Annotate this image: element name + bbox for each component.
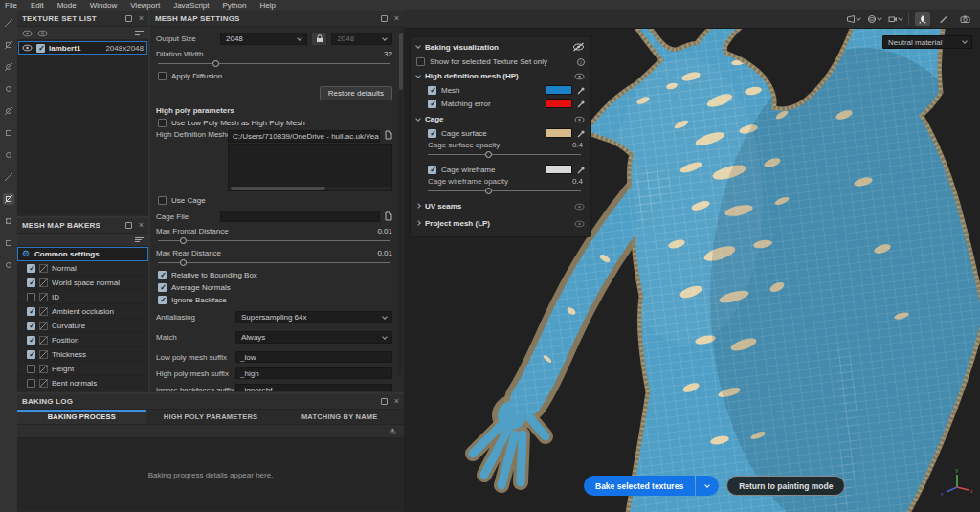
collapsed-chevron-icon[interactable]	[415, 220, 421, 226]
menu-file[interactable]: File	[5, 1, 17, 10]
undock-panel-icon[interactable]	[381, 15, 388, 22]
menu-help[interactable]: Help	[259, 1, 275, 10]
dilation-width-slider[interactable]	[158, 60, 390, 67]
cage-surface-color-swatch[interactable]	[546, 128, 572, 138]
screenshot-camera-icon[interactable]	[957, 12, 972, 26]
low-poly-suffix-input[interactable]: _low	[235, 351, 392, 363]
collapse-chevron-icon[interactable]	[415, 73, 421, 78]
projection-tool-icon[interactable]	[3, 61, 14, 73]
smudge-tool-icon[interactable]	[3, 105, 14, 117]
close-panel-icon[interactable]: ×	[394, 14, 399, 23]
tab-baking-process[interactable]: BAKING PROCESS	[17, 410, 146, 424]
material-selector-dropdown[interactable]: Neutral material	[882, 35, 972, 49]
texture-set-checkbox[interactable]	[36, 44, 45, 53]
eyedropper-icon[interactable]	[577, 86, 585, 95]
show-material-eye-icon[interactable]	[22, 30, 33, 37]
max-frontal-distance-slider[interactable]	[158, 237, 390, 244]
viewer-settings-tool-icon[interactable]	[3, 259, 14, 271]
apply-diffusion-checkbox[interactable]	[158, 72, 167, 80]
show-mesh-eye-icon[interactable]	[37, 30, 48, 37]
mesh-color-swatch[interactable]	[546, 85, 572, 95]
use-cage-checkbox[interactable]	[158, 196, 167, 205]
undock-panel-icon[interactable]	[381, 398, 388, 405]
close-panel-icon[interactable]: ×	[139, 14, 144, 23]
relative-bounding-box-checkbox[interactable]	[158, 271, 167, 279]
menu-javascript[interactable]: JavaScript	[173, 1, 209, 10]
cage-wireframe-checkbox[interactable]	[428, 166, 436, 174]
filter-icon[interactable]	[135, 31, 144, 35]
cage-surface-checkbox[interactable]	[428, 129, 436, 138]
polygon-fill-tool-icon[interactable]	[3, 83, 14, 95]
eyedropper-icon[interactable]	[577, 129, 585, 138]
cage-surface-opacity-slider[interactable]	[428, 151, 581, 158]
menu-edit[interactable]: Edit	[31, 1, 44, 10]
eye-slash-icon[interactable]	[572, 42, 585, 52]
cage-wireframe-color-swatch[interactable]	[546, 165, 572, 174]
bake-options-chevron-button[interactable]	[696, 476, 719, 496]
baker-checkbox[interactable]	[27, 307, 35, 316]
show-selected-texture-set-checkbox[interactable]	[416, 57, 425, 66]
clone-tool-icon[interactable]	[3, 127, 14, 139]
mesh-visibility-checkbox[interactable]	[428, 86, 436, 95]
vertical-scrollbar[interactable]	[399, 29, 403, 375]
high-def-meshes-path[interactable]: C:/Users/710839/OneDrive - hull.ac.uk/Ye…	[228, 130, 380, 143]
antialiasing-dropdown[interactable]: Supersampling 64x	[235, 311, 392, 323]
ignore-backface-checkbox[interactable]	[158, 296, 167, 304]
collapse-chevron-icon[interactable]	[415, 43, 421, 49]
menu-viewport[interactable]: Viewport	[130, 1, 160, 10]
eye-icon[interactable]	[574, 116, 585, 123]
matching-error-checkbox[interactable]	[428, 100, 436, 108]
baker-row-id[interactable]: ID	[17, 290, 148, 304]
camera-projection-dropdown-icon[interactable]	[845, 12, 860, 26]
material-picker-tool-icon[interactable]	[3, 237, 14, 249]
visibility-eye-icon[interactable]	[22, 44, 33, 52]
common-settings-row[interactable]: ⚙ Common settings	[17, 247, 148, 261]
eyedropper-icon[interactable]	[577, 166, 585, 174]
baker-checkbox[interactable]	[27, 264, 35, 273]
bake-mode-icon[interactable]	[3, 193, 14, 205]
file-browse-icon[interactable]	[385, 130, 392, 140]
high-def-meshes-list[interactable]	[228, 144, 392, 191]
pen-pressure-icon[interactable]	[936, 12, 951, 26]
undock-panel-icon[interactable]	[125, 15, 132, 22]
baker-checkbox[interactable]	[27, 365, 35, 373]
eye-icon[interactable]	[574, 73, 585, 80]
collapsed-chevron-icon[interactable]	[415, 203, 421, 209]
menu-python[interactable]: Python	[223, 1, 247, 10]
cage-wireframe-opacity-slider[interactable]	[428, 188, 581, 194]
restore-defaults-button[interactable]: Restore defaults	[320, 86, 392, 100]
horizontal-scrollbar[interactable]	[229, 187, 391, 190]
baker-checkbox[interactable]	[27, 379, 35, 388]
baker-row-thickness[interactable]: Thickness	[17, 347, 148, 362]
collapse-chevron-icon[interactable]	[415, 116, 421, 122]
bake-selected-textures-button[interactable]: Bake selected textures	[584, 476, 695, 496]
ignore-backfaces-suffix-input[interactable]: _ignorebf	[235, 384, 392, 391]
eye-icon[interactable]	[574, 203, 585, 211]
undock-panel-icon[interactable]	[125, 222, 132, 229]
matching-error-color-swatch[interactable]	[546, 99, 572, 108]
cage-file-input[interactable]	[220, 211, 380, 222]
max-rear-distance-slider[interactable]	[158, 259, 390, 266]
lock-size-button[interactable]	[312, 33, 326, 45]
particles-tool-icon[interactable]	[3, 215, 14, 227]
menu-window[interactable]: Window	[90, 1, 117, 10]
return-to-painting-mode-button[interactable]: Return to painting mode	[726, 476, 845, 496]
baker-row-bent-normals[interactable]: Bent normals	[17, 376, 148, 390]
baker-checkbox[interactable]	[27, 278, 35, 287]
eye-icon[interactable]	[574, 220, 585, 228]
baker-row-opacity[interactable]: Opacity	[17, 390, 148, 391]
baker-row-height[interactable]: Height	[17, 362, 148, 376]
paint-brush-tool-icon[interactable]	[3, 17, 14, 29]
menu-mode[interactable]: Mode	[57, 1, 77, 10]
use-low-poly-checkbox[interactable]	[158, 119, 167, 127]
close-panel-icon[interactable]: ×	[394, 397, 399, 406]
display-mode-dropdown-icon[interactable]	[866, 12, 881, 26]
baking-mode-icon[interactable]	[915, 12, 930, 26]
tab-high-poly-parameters[interactable]: HIGH POLY PARAMETERS	[146, 410, 276, 424]
camera-settings-dropdown-icon[interactable]	[887, 12, 902, 26]
baker-row-world-space-normal[interactable]: World space normal	[17, 276, 148, 290]
baker-checkbox[interactable]	[27, 336, 35, 345]
eyedropper-icon[interactable]	[577, 100, 585, 108]
warning-icon[interactable]: ⚠	[389, 427, 396, 436]
baker-row-curvature[interactable]: Curvature	[17, 319, 148, 333]
